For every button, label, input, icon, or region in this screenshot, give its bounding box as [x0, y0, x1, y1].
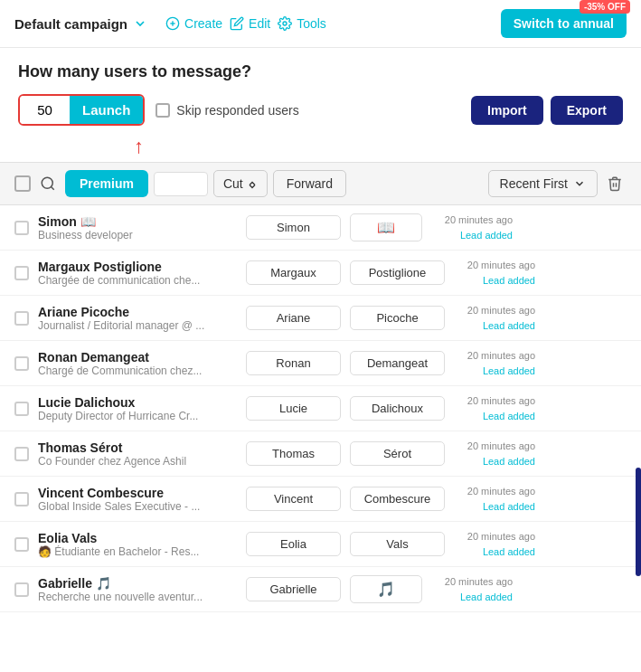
- skip-responded-text: Skip responded users: [176, 103, 298, 118]
- trash-icon: [607, 175, 623, 192]
- create-button[interactable]: Create: [165, 16, 222, 31]
- forward-button[interactable]: Forward: [273, 170, 346, 197]
- table-row: Ariane Picoche Journalist / Editorial ma…: [0, 296, 641, 341]
- last-field[interactable]: [350, 441, 445, 466]
- time-ago: 20 minutes ago: [467, 531, 535, 542]
- count-input-wrapper: Launch: [18, 94, 145, 126]
- campaign-name: Default campaign: [14, 16, 127, 32]
- person-title: Recherche une nouvelle aventur...: [38, 591, 228, 603]
- premium-tag-button[interactable]: Premium: [65, 170, 148, 197]
- table-row: Eolia Vals 🧑 Étudiante en Bachelor - Res…: [0, 522, 641, 567]
- scrollbar[interactable]: [636, 468, 641, 576]
- tools-button[interactable]: Tools: [278, 16, 326, 31]
- edit-icon: [230, 16, 244, 31]
- person-name: Eolia Vals: [38, 531, 237, 545]
- edit-button[interactable]: Edit: [230, 16, 270, 31]
- delete-button[interactable]: [603, 172, 627, 195]
- first-field[interactable]: [246, 396, 341, 421]
- table-row: Lucie Dalichoux Deputy Director of Hurri…: [0, 386, 641, 431]
- person-title: Business developer: [38, 229, 228, 241]
- person-title: 🧑 Étudiante en Bachelor - Res...: [38, 545, 228, 558]
- first-field[interactable]: [246, 441, 341, 466]
- header-actions: Create Edit Tools: [165, 16, 326, 31]
- person-name: Ariane Picoche: [38, 305, 237, 319]
- gear-icon: [278, 16, 292, 31]
- rows-container: Simon 📖 Business developer 📖 20 minutes …: [0, 205, 641, 612]
- users-section: How many users to message? Launch Skip r…: [0, 48, 641, 137]
- search-icon: [40, 175, 56, 192]
- last-field[interactable]: [350, 532, 445, 556]
- row-checkbox[interactable]: [14, 582, 29, 597]
- last-field-icon: 📖: [350, 213, 422, 241]
- table-wrapper: Simon 📖 Business developer 📖 20 minutes …: [0, 205, 641, 612]
- first-field[interactable]: [246, 532, 341, 556]
- skip-responded-checkbox[interactable]: [156, 103, 170, 118]
- first-field[interactable]: [246, 487, 341, 511]
- person-info: Gabrielle 🎵 Recherche une nouvelle avent…: [38, 576, 237, 603]
- sort-label: Recent First: [500, 176, 568, 191]
- launch-button[interactable]: Launch: [70, 96, 143, 124]
- cut-button[interactable]: Cut: [213, 170, 268, 197]
- filter-input[interactable]: [154, 172, 208, 196]
- lead-status: Lead added: [483, 501, 535, 512]
- lead-status: Lead added: [483, 456, 535, 467]
- person-name: Gabrielle 🎵: [38, 576, 237, 591]
- person-title: Chargé de Communication chez...: [38, 364, 228, 377]
- row-checkbox[interactable]: [14, 537, 29, 552]
- lead-status: Lead added: [460, 592, 513, 602]
- person-name: Thomas Sérot: [38, 440, 237, 455]
- person-info: Lucie Dalichoux Deputy Director of Hurri…: [38, 395, 237, 422]
- person-name: Simon 📖: [38, 214, 237, 229]
- first-field[interactable]: [246, 260, 341, 285]
- table-row: Margaux Postiglione Chargée de communica…: [0, 251, 641, 296]
- updown-icon: [247, 177, 258, 190]
- toolbar: Premium Cut Forward Recent First: [0, 162, 641, 205]
- row-checkbox[interactable]: [14, 221, 29, 235]
- sort-dropdown[interactable]: Recent First: [488, 170, 598, 197]
- time-ago: 20 minutes ago: [467, 350, 535, 361]
- tools-label: Tools: [297, 16, 326, 31]
- last-field[interactable]: [350, 260, 445, 285]
- lead-status: Lead added: [483, 365, 535, 376]
- row-checkbox[interactable]: [14, 492, 29, 506]
- first-field[interactable]: [246, 577, 341, 601]
- switch-annual-button[interactable]: -35% OFF Switch to annual: [501, 9, 627, 38]
- row-checkbox[interactable]: [14, 311, 29, 326]
- last-field[interactable]: [350, 351, 445, 375]
- time-ago: 20 minutes ago: [467, 260, 535, 270]
- header: Default campaign Create Edit Tools -35% …: [0, 0, 641, 48]
- count-input[interactable]: [20, 96, 70, 124]
- last-field[interactable]: [350, 306, 445, 330]
- last-field[interactable]: [350, 487, 445, 511]
- first-field[interactable]: [246, 351, 341, 375]
- row-checkbox[interactable]: [14, 447, 29, 461]
- table-row: Gabrielle 🎵 Recherche une nouvelle avent…: [0, 567, 641, 612]
- last-field[interactable]: [350, 396, 445, 421]
- arrow-container: ↑: [0, 137, 641, 162]
- row-checkbox[interactable]: [14, 266, 29, 280]
- search-button[interactable]: [36, 174, 60, 194]
- first-field[interactable]: [246, 306, 341, 330]
- table-row: Ronan Demangeat Chargé de Communication …: [0, 341, 641, 386]
- person-info: Eolia Vals 🧑 Étudiante en Bachelor - Res…: [38, 531, 237, 558]
- lead-status: Lead added: [483, 275, 535, 286]
- person-name: Vincent Combescure: [38, 486, 237, 500]
- person-title: Journalist / Editorial manager @ ...: [38, 319, 228, 332]
- import-button[interactable]: Import: [471, 96, 543, 125]
- lead-status: Lead added: [483, 411, 535, 421]
- select-all-checkbox[interactable]: [14, 175, 31, 192]
- first-field[interactable]: [246, 215, 341, 240]
- table-row: Vincent Combescure Global Inside Sales E…: [0, 477, 641, 522]
- row-checkbox[interactable]: [14, 356, 29, 371]
- time-info: 20 minutes ago Lead added: [431, 213, 513, 242]
- export-button[interactable]: Export: [551, 96, 623, 125]
- person-info: Margaux Postiglione Chargée de communica…: [38, 260, 237, 287]
- row-checkbox[interactable]: [14, 402, 29, 416]
- person-name: Lucie Dalichoux: [38, 395, 237, 410]
- time-info: 20 minutes ago Lead added: [454, 303, 535, 333]
- time-info: 20 minutes ago Lead added: [454, 439, 535, 469]
- campaign-selector[interactable]: Default campaign: [14, 16, 147, 32]
- last-field-icon: 🎵: [350, 575, 422, 603]
- lead-status: Lead added: [460, 230, 513, 241]
- skip-responded-label[interactable]: Skip responded users: [156, 103, 298, 118]
